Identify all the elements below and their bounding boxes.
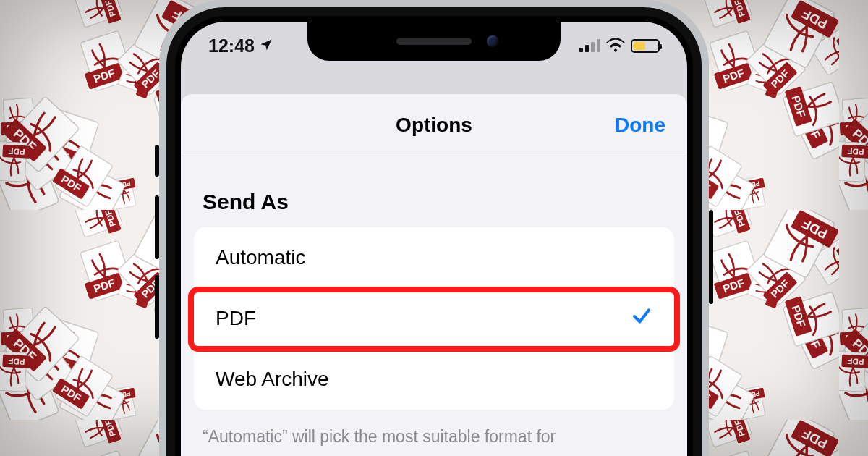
send-as-section-title: Send As bbox=[181, 156, 687, 227]
volume-down-button bbox=[155, 275, 159, 339]
power-button bbox=[709, 210, 713, 304]
option-web-archive[interactable]: Web Archive bbox=[194, 349, 674, 410]
option-pdf[interactable]: PDF bbox=[194, 288, 674, 349]
option-automatic[interactable]: Automatic bbox=[194, 227, 674, 288]
sheet-title: Options bbox=[396, 114, 472, 137]
location-icon bbox=[259, 35, 273, 56]
wifi-icon bbox=[606, 35, 625, 56]
send-as-options-group: Automatic PDF Web Archive bbox=[194, 227, 674, 410]
mute-switch bbox=[155, 145, 159, 177]
earpiece-speaker bbox=[396, 38, 472, 45]
iphone-mockup: 12:48 Options Do bbox=[159, 0, 709, 456]
options-sheet: Options Done Send As Automatic PDF Web A… bbox=[181, 94, 687, 456]
sheet-header: Options Done bbox=[181, 94, 687, 156]
option-label: PDF bbox=[216, 307, 256, 330]
option-label: Automatic bbox=[216, 246, 306, 269]
cellular-signal-icon bbox=[579, 39, 600, 52]
status-time: 12:48 bbox=[208, 35, 255, 56]
battery-icon bbox=[631, 39, 660, 53]
checkmark-icon bbox=[631, 305, 652, 332]
volume-up-button bbox=[155, 195, 159, 259]
option-label: Web Archive bbox=[216, 368, 329, 391]
notch bbox=[307, 22, 561, 61]
done-button[interactable]: Done bbox=[615, 114, 665, 137]
options-footer-note: “Automatic” will pick the most suitable … bbox=[181, 410, 687, 448]
iphone-screen: 12:48 Options Do bbox=[181, 22, 687, 456]
front-camera bbox=[487, 35, 498, 47]
